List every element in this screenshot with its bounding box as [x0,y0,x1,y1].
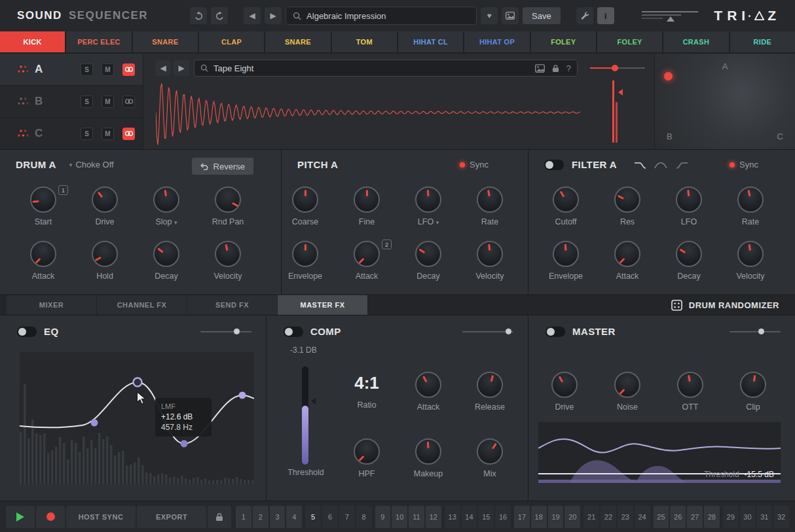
slider-handle[interactable] [612,65,618,71]
sample-name-field[interactable]: Tape Eight ? [194,60,578,77]
tab-channel-fx[interactable]: CHANNEL FX [97,295,187,315]
pad-clap[interactable]: CLAP [199,31,264,52]
preset-search-field[interactable]: Algebraic Impression [286,7,477,25]
knob-dial[interactable] [354,241,380,267]
highpass-icon[interactable] [675,160,688,169]
knob-dial[interactable] [677,372,703,398]
pad-snare[interactable]: SNARE [133,31,198,52]
knob-dial[interactable] [553,186,579,213]
step-15[interactable]: 15 [478,506,494,528]
step-19[interactable]: 19 [548,506,564,528]
eq-mix-slider[interactable] [200,331,251,332]
step-24[interactable]: 24 [635,506,650,528]
master-threshold-display[interactable]: Threshold-15.5 dB [538,422,781,483]
knob-dial[interactable] [30,186,56,213]
layer-xy-pad[interactable]: A B C [655,54,795,149]
comp-mix-slider[interactable] [462,331,513,332]
pad-crash[interactable]: CRASH [663,31,728,52]
step-20[interactable]: 20 [564,506,580,528]
knob-dial[interactable] [740,372,766,398]
reverse-button[interactable]: Reverse [192,158,253,175]
step-6[interactable]: 6 [322,506,338,528]
knob-dial[interactable] [215,241,241,267]
step-23[interactable]: 23 [618,506,633,528]
info-button[interactable]: i [597,7,614,24]
master-mix-slider[interactable] [730,331,781,332]
meter-marker[interactable] [618,89,623,96]
step-3[interactable]: 3 [270,506,286,528]
link-button[interactable] [122,96,135,108]
comp-power-toggle[interactable] [284,327,303,337]
filter-sync-toggle[interactable]: Sync [730,160,758,169]
pad-ride[interactable]: RIDE [730,31,795,52]
knob-dial[interactable] [415,438,441,465]
step-10[interactable]: 10 [392,506,407,528]
step-1[interactable]: 1 [236,506,251,528]
step-12[interactable]: 12 [426,506,441,528]
preset-image-button[interactable] [502,7,519,24]
pad-hihat-op[interactable]: HIHAT OP [464,31,529,52]
knob-dial[interactable] [415,186,441,213]
pad-snare[interactable]: SNARE [265,31,330,52]
solo-button[interactable]: S [81,128,93,140]
step-26[interactable]: 26 [670,506,686,528]
knob-dial[interactable] [153,241,179,267]
step-4[interactable]: 4 [286,506,302,528]
knob-dial[interactable] [292,241,318,267]
knob-dial[interactable] [292,186,318,213]
knob-dial[interactable] [676,186,702,213]
host-sync-button[interactable]: HOST SYNC [66,506,136,528]
pad-kick[interactable]: KICK [0,31,65,52]
layer-row-c[interactable]: CSM [0,118,143,149]
next-sample-button[interactable]: ▶ [174,60,189,76]
knob-dial[interactable] [477,186,503,213]
knob-dial[interactable] [614,372,640,398]
slider-handle[interactable] [506,328,511,334]
pad-foley[interactable]: FOLEY [531,31,596,52]
export-button[interactable]: EXPORT [137,506,206,528]
knob-dial[interactable] [477,372,503,398]
step-8[interactable]: 8 [356,506,372,528]
undo-button[interactable] [190,7,207,24]
mute-button[interactable]: M [102,63,114,76]
play-button[interactable] [6,506,35,528]
step-21[interactable]: 21 [583,506,599,528]
step-11[interactable]: 11 [409,506,424,528]
step-25[interactable]: 25 [654,506,669,528]
output-volume-slider[interactable] [640,7,701,24]
slider-handle[interactable] [758,328,764,334]
xy-handle[interactable] [664,72,673,80]
waveform-display[interactable] [156,80,582,145]
eq-power-toggle[interactable] [17,327,37,337]
step-27[interactable]: 27 [687,506,703,528]
step-5[interactable]: 5 [305,506,321,528]
knob-label[interactable]: Slop ▾ [155,217,177,226]
knob-dial[interactable] [153,186,179,213]
knob-dial[interactable] [737,186,764,213]
slider-handle[interactable] [234,328,240,334]
step-32[interactable]: 32 [773,506,789,528]
master-power-toggle[interactable] [545,327,565,337]
filter-power-toggle[interactable] [544,160,564,170]
knob-dial[interactable] [354,438,380,465]
knob-label[interactable]: LFO ▾ [418,217,439,226]
eq-node-lmf-selected[interactable] [134,378,142,387]
bandpass-icon[interactable] [654,160,668,169]
step-28[interactable]: 28 [704,506,720,528]
ratio-value[interactable]: 4:1 [334,373,399,393]
link-button[interactable] [122,128,135,140]
step-18[interactable]: 18 [531,506,547,528]
pad-foley[interactable]: FOLEY [597,31,662,52]
knob-dial[interactable] [477,438,503,465]
sample-help-icon[interactable]: ? [566,63,571,73]
pattern-lock-button[interactable] [208,506,231,528]
prev-sample-button[interactable]: ◀ [155,60,171,76]
knob-dial[interactable] [415,372,441,398]
tab-sound[interactable]: SOUND [17,9,62,22]
tab-send-fx[interactable]: SEND FX [187,295,277,315]
volume-handle[interactable] [667,16,675,22]
eq-node-hf[interactable] [239,392,246,399]
lowpass-icon[interactable] [634,160,648,169]
step-16[interactable]: 16 [495,506,511,528]
tab-sequencer[interactable]: SEQUENCER [69,9,148,22]
